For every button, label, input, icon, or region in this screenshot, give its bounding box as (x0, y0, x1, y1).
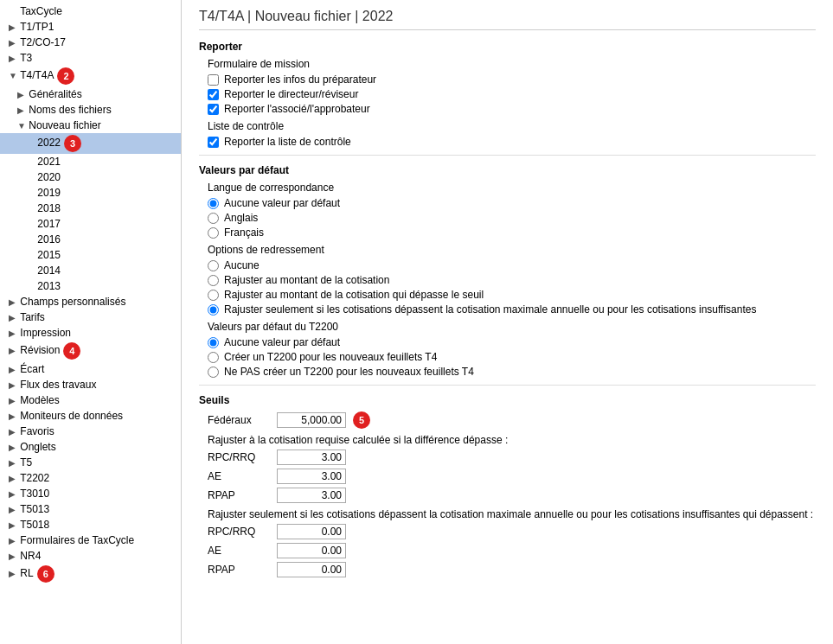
tree-arrow-t5013: ▶ (9, 505, 17, 514)
sidebar-item-revision[interactable]: ▶ Révision4 (0, 341, 181, 361)
sidebar-item-label-nomsfichiers: Noms des fichiers (29, 104, 111, 116)
sidebar-item-label-2018: 2018 (37, 202, 61, 214)
tree-arrow-champspersonnalises: ▶ (9, 297, 17, 307)
sidebar-item-nomsfichiers[interactable]: ▶ Noms des fichiers (0, 102, 181, 118)
radio-rajuster-depasse-label: Rajuster au montant de la cotisation qui… (224, 289, 484, 301)
tree-arrow-tarifs: ▶ (9, 313, 17, 322)
radio-francais[interactable] (208, 227, 219, 239)
field-input-rpc_rrq1[interactable] (277, 450, 346, 465)
field-row-rpap2: RPAP (208, 562, 816, 577)
sidebar-item-rl[interactable]: ▶ RL6 (0, 564, 181, 584)
field-input-ae1[interactable] (277, 469, 346, 484)
sidebar-item-2013[interactable]: 2013 (0, 278, 181, 294)
sidebar-item-t1tp1[interactable]: ▶ T1/TP1 (0, 19, 181, 35)
sidebar-item-nr4[interactable]: ▶ NR4 (0, 548, 181, 564)
radio-rajuster-montant-row: Rajuster au montant de la cotisation (208, 274, 816, 286)
sidebar-item-ecart[interactable]: ▶ Écart (0, 361, 181, 377)
radio-creer-t2200[interactable] (208, 352, 219, 363)
tree-arrow-t2co17: ▶ (9, 38, 17, 48)
field-input-rpc_rrq2[interactable] (277, 524, 346, 539)
sidebar-item-2016[interactable]: 2016 (0, 232, 181, 247)
sidebar-item-t5[interactable]: ▶ T5 (0, 455, 181, 470)
sidebar-item-modeles[interactable]: ▶ Modèles (0, 392, 181, 408)
sidebar-item-2020[interactable]: 2020 (0, 169, 181, 185)
checkbox-infos-preparateur-row: Reporter les infos du préparateur (208, 73, 816, 86)
fields2-container: RPC/RRQ AE RPAP (208, 524, 816, 577)
field-label-ae2: AE (208, 545, 277, 557)
tree-arrow-t3: ▶ (9, 54, 17, 63)
sidebar-item-label-t5018: T5018 (20, 519, 49, 531)
checkbox-liste-controle[interactable] (208, 137, 219, 148)
sidebar-item-t5018[interactable]: ▶ T5018 (0, 517, 181, 532)
sidebar-item-nouveaufichier[interactable]: ▼ Nouveau fichier (0, 118, 181, 133)
radio-aucune-valeur[interactable] (208, 198, 219, 209)
field-row-rpc_rrq1: RPC/RRQ (208, 450, 816, 465)
tree-arrow-nomsfichiers: ▶ (17, 105, 26, 115)
sidebar-item-2021[interactable]: 2021 (0, 154, 181, 169)
sidebar-item-moniteursdonnees[interactable]: ▶ Moniteurs de données (0, 408, 181, 424)
page-title: T4/T4A | Nouveau fichier | 2022 (199, 9, 816, 30)
options-redressement-label: Options de redressement (208, 244, 816, 256)
sidebar-item-champspersonnalises[interactable]: ▶ Champs personnalisés (0, 294, 181, 309)
tree-arrow-formulairesTaxCycle: ▶ (9, 536, 17, 545)
radio-anglais[interactable] (208, 213, 219, 224)
liste-controle-label: Liste de contrôle (208, 120, 816, 132)
badge-3: 3 (64, 135, 81, 152)
radio-aucune-redressement[interactable] (208, 260, 219, 271)
field-label-rpap2: RPAP (208, 564, 277, 576)
sidebar-item-label-2017: 2017 (37, 218, 61, 230)
federaux-input[interactable] (277, 412, 346, 428)
federaux-field-row: Fédéraux 5 (208, 411, 816, 429)
sidebar-item-onglets[interactable]: ▶ Onglets (0, 439, 181, 455)
sidebar-item-favoris[interactable]: ▶ Favoris (0, 424, 181, 439)
sidebar-item-t4t4a[interactable]: ▼ T4/T4A2 (0, 66, 181, 86)
badge-4: 4 (63, 342, 80, 360)
checkbox-directeur[interactable] (208, 89, 219, 100)
sidebar-item-generalites[interactable]: ▶ Généralités (0, 86, 181, 102)
radio-rajuster-depasse[interactable] (208, 290, 219, 301)
sidebar-item-label-t3010: T3010 (20, 488, 49, 500)
radio-creer-t2200-label: Créer un T2200 pour les nouveaux feuille… (224, 351, 437, 363)
checkbox-infos-preparateur[interactable] (208, 74, 219, 86)
radio-rajuster-seulement[interactable] (208, 304, 219, 316)
sidebar-item-t3010[interactable]: ▶ T3010 (0, 486, 181, 501)
sidebar-item-t5013[interactable]: ▶ T5013 (0, 501, 181, 517)
sidebar-item-label-t2202: T2202 (20, 472, 49, 484)
radio-rajuster-montant[interactable] (208, 275, 219, 286)
field-input-ae2[interactable] (277, 543, 346, 558)
checkbox-associe[interactable] (208, 104, 219, 115)
rajuster-calcule-section: Rajuster à la cotisation requise calculé… (208, 434, 816, 503)
sidebar-item-2018[interactable]: 2018 (0, 201, 181, 216)
sidebar-item-2015[interactable]: 2015 (0, 247, 181, 263)
sidebar-item-tarifs[interactable]: ▶ Tarifs (0, 309, 181, 325)
sidebar-item-label-t5013: T5013 (20, 503, 49, 515)
field-input-rpap2[interactable] (277, 562, 346, 577)
radio-ne-pas-creer-t2200[interactable] (208, 367, 219, 378)
radio-aucune-valeur-row: Aucune valeur par défaut (208, 197, 816, 209)
sidebar-item-2022[interactable]: 20223 (0, 133, 181, 154)
sidebar-item-label-t1tp1: T1/TP1 (20, 21, 54, 33)
field-label-rpc_rrq2: RPC/RRQ (208, 526, 277, 538)
sidebar-item-t2co17[interactable]: ▶ T2/CO-17 (0, 35, 181, 50)
sidebar-item-taxcycle[interactable]: TaxCycle (0, 3, 181, 19)
valeurs-t2200-section: Valeurs par défaut du T2200 Aucune valeu… (208, 321, 816, 378)
radio-creer-t2200-row: Créer un T2200 pour les nouveaux feuille… (208, 351, 816, 363)
tree-arrow-fluxtravaux: ▶ (9, 380, 17, 390)
tree-arrow-t3010: ▶ (9, 489, 17, 499)
radio-aucune-t2200[interactable] (208, 337, 219, 348)
tree-arrow-rl: ▶ (9, 569, 17, 578)
sidebar-item-t3[interactable]: ▶ T3 (0, 50, 181, 66)
sidebar-item-2014[interactable]: 2014 (0, 263, 181, 278)
sidebar-item-label-2021: 2021 (37, 156, 61, 168)
sidebar-item-t2202[interactable]: ▶ T2202 (0, 470, 181, 486)
sidebar-item-formulairesTaxCycle[interactable]: ▶ Formulaires de TaxCycle (0, 532, 181, 548)
sidebar-item-impression[interactable]: ▶ Impression (0, 325, 181, 341)
sidebar-item-label-2020: 2020 (37, 171, 61, 183)
sidebar-item-label-modeles: Modèles (20, 394, 59, 406)
sidebar-item-2019[interactable]: 2019 (0, 185, 181, 201)
sidebar-item-fluxtravaux[interactable]: ▶ Flux des travaux (0, 377, 181, 392)
field-input-rpap1[interactable] (277, 488, 346, 503)
sidebar-item-2017[interactable]: 2017 (0, 216, 181, 232)
tree-arrow-favoris: ▶ (9, 427, 17, 437)
seuils-section-title: Seuils (199, 394, 816, 406)
